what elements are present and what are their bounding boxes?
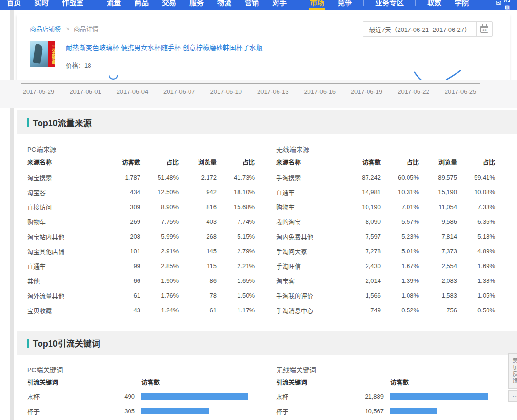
cell-value: 8.90% [140,203,179,210]
pc-sources-subtitle: PC端来源 [27,134,255,154]
cell-value: 1.65% [217,277,255,284]
column-header: 引流关键词 [27,377,141,386]
table-row: 水杯21,889 [276,389,495,404]
breadcrumb-parent-link[interactable]: 商品店铺榜 [30,25,61,32]
cell-source-name: 购物车 [276,202,343,211]
nav-item-3[interactable]: 作战室 [55,0,90,10]
table-row: 宝贝收藏431.24%611.17% [27,303,255,318]
column-header: 占比 [381,157,419,166]
table-row: 水杯490 [27,389,255,404]
nav-divider [298,0,298,6]
chart-axis-band: 2017-05-292017-06-012017-06-042017-06-07… [0,80,517,108]
cell-keyword: 杯子 [27,407,99,416]
cell-visitors: 21,889 [348,393,384,400]
column-header: 占比 [217,157,255,166]
cell-visitors: 305 [99,408,135,415]
axis-tick-label: 2017-06-01 [65,88,106,95]
cell-value: 1.24% [140,307,179,314]
page: 首页实时作战室流量商品交易服务物流营销对手市场竞争业务专区取数学院✉消息 商品店… [0,0,517,420]
cell-value: 5.01% [381,248,419,255]
cell-value: 66 [102,277,140,284]
table-row: 淘宝搜索1,78751.48%2,17241.73% [27,170,255,185]
axis-tick-label: 2017-06-19 [346,88,387,95]
cell-value: 2,083 [419,277,457,284]
cell-value: 2,554 [419,262,457,270]
cell-value: 8,090 [343,218,381,225]
nav-item-1[interactable]: 首页 [0,0,28,10]
cell-value: 5.15% [217,233,255,240]
table-row: 手淘搜索87,24260.05%89,57559.41% [276,170,495,185]
cell-value: 269 [102,218,140,225]
nav-item-10[interactable]: 营销 [238,0,266,10]
axis-tick-label: 2017-06-10 [206,88,247,95]
cell-value: 1.17% [217,307,255,314]
cell-value: 89,575 [419,174,457,181]
cell-value: 61 [102,292,140,299]
nav-item-7[interactable]: 交易 [155,0,183,10]
table-row: 淘宝客43412.50%94218.10% [27,185,255,200]
nav-item-16[interactable]: 业务专区 [368,0,410,10]
cell-value: 5.18% [457,233,495,240]
nav-item-14[interactable]: 竞争 [331,0,358,10]
traffic-section-title: Top10流量来源 [33,116,92,129]
column-header: 访客数 [141,377,255,386]
cell-source-name: 手淘消息中心 [276,306,343,315]
calendar-button[interactable]: 15 [476,22,492,36]
product-title-link[interactable]: 耐热渐变色玻璃杯 便携男女水杯随手杯 创意柠檬磨砂韩国杯子水瓶 [66,42,263,52]
calendar-icon: 15 [480,26,488,33]
axis-tick-label: 2017-06-04 [112,88,153,95]
nav-item-11[interactable]: 对手 [266,0,293,10]
nav-item-2[interactable]: 实时 [28,0,55,10]
breadcrumb-current: 商品详情 [74,25,99,32]
table-row: 我的淘宝8,0905.57%9,5866.36% [276,214,495,229]
column-header: 来源名称 [27,157,102,166]
cell-value: 1.38% [457,277,495,284]
product-row: 9元全国包邮 耐热渐变色玻璃杯 便携男女水杯随手杯 创意柠檬磨砂韩国杯子水瓶 价… [30,41,263,70]
cell-value: 101 [102,248,140,255]
feedback-widget: 意见反馈 ⋯ [508,353,517,402]
feedback-more-button[interactable]: ⋯ [508,390,517,402]
product-price: 价格：18 [66,60,263,70]
product-thumbnail[interactable]: 9元全国包邮 [30,41,55,67]
nav-item-6[interactable]: 商品 [128,0,155,10]
table-row: 淘宝其他店铺1012.91%1452.79% [27,244,255,259]
cell-keyword: 水杯 [27,392,99,401]
cell-value: 2,172 [179,174,217,181]
cell-source-name: 手淘旺信 [276,261,343,270]
nav-item-18[interactable]: 取数 [420,0,448,10]
cell-value: 5.99% [140,233,179,240]
nav-item-9[interactable]: 物流 [210,0,238,10]
feedback-tab[interactable]: 意见反馈 [508,353,517,389]
nav-item-5[interactable]: 流量 [100,0,128,10]
cell-value: 0.52% [381,307,419,314]
nav-item-19[interactable]: 学院 [448,0,476,10]
cell-value: 41.73% [217,174,255,181]
cell-value: 145 [179,248,217,255]
cell-value: 59.41% [457,174,495,181]
column-header: 来源名称 [276,157,343,166]
cell-value: 2,014 [343,277,381,284]
column-header: 引流关键词 [276,377,390,386]
traffic-section-header: Top10流量来源 [17,110,517,134]
wireless-keywords-table: 引流关键词访客数水杯21,889杯子10,567 [276,374,495,419]
cell-value: 7.33% [457,203,495,210]
cell-source-name: 其他 [27,276,102,285]
inner-scrollbar[interactable] [10,10,14,420]
cell-value: 11,054 [419,203,457,210]
cell-value: 7,814 [419,233,457,240]
table-row: 直通车14,98110.31%15,19010.08% [276,185,495,200]
breadcrumb-separator: > [66,25,70,32]
cell-value: 1.05% [457,292,495,299]
cell-value: 7.01% [381,203,419,210]
nav-item-8[interactable]: 服务 [183,0,210,10]
cell-value: 7,597 [343,233,381,240]
nav-item-messages[interactable]: ✉消息 [496,0,517,10]
cell-value: 14,981 [343,189,381,196]
product-summary-card: 商品店铺榜 > 商品详情 最近7天（2017-06-21~2017-06-27）… [17,14,510,80]
wireless-keywords-subtitle: 无线端关键词 [276,355,495,374]
cell-source-name: 淘宝客 [276,276,343,285]
nav-item-13[interactable]: 市场 [303,0,331,10]
cell-value: 61 [179,307,217,314]
date-range-picker[interactable]: 最近7天（2017-06-21~2017-06-27） 15 [363,21,493,37]
bar-track [390,408,495,414]
